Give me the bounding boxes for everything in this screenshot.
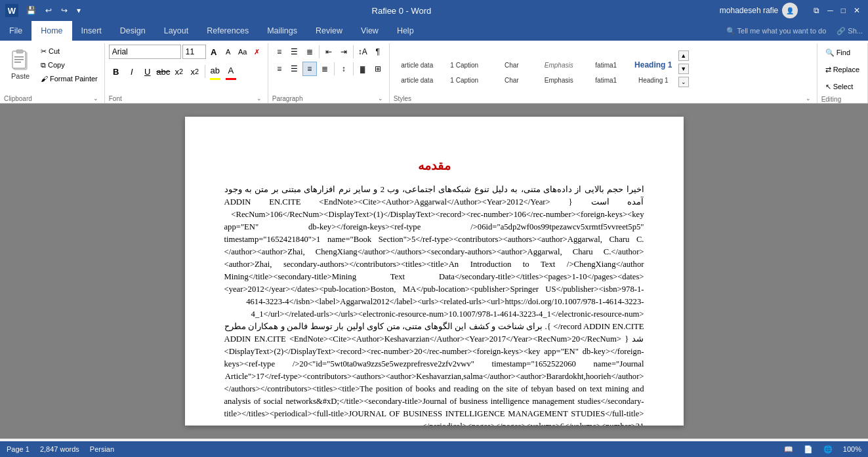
window-close-button[interactable]: ✕ bbox=[851, 5, 863, 16]
format-painter-button[interactable]: 🖌 Format Painter bbox=[38, 72, 100, 85]
style-item-emphasis[interactable]: Emphasis Emphasis bbox=[535, 50, 583, 87]
ribbon-tabs: File Home Insert Design Layout Reference… bbox=[0, 21, 868, 41]
strikethrough-button[interactable]: abc bbox=[156, 64, 171, 79]
copy-label: Copy bbox=[48, 61, 65, 69]
tab-view[interactable]: View bbox=[352, 21, 388, 41]
font-expand-button[interactable]: ⌄ bbox=[255, 94, 264, 103]
editing-group: 🔍 Find ⇄ Replace ↖ Select Editing bbox=[817, 43, 868, 103]
para-div1 bbox=[319, 45, 320, 58]
paragraph-footer: Paragraph ⌄ bbox=[272, 94, 385, 103]
superscript-button[interactable]: x2 bbox=[188, 64, 202, 79]
style-label-caption: 1 Caption bbox=[450, 77, 478, 84]
style-item-fatima1[interactable]: fatima1 fatima1 bbox=[583, 50, 630, 87]
style-item-article-data[interactable]: article data article data bbox=[394, 50, 441, 87]
style-preview-char: Char bbox=[489, 53, 534, 77]
clipboard-small-buttons: ✂ Cut ⧉ Copy 🖌 Format Painter bbox=[38, 45, 100, 85]
justify-button[interactable]: ≣ bbox=[318, 62, 332, 76]
tab-insert[interactable]: Insert bbox=[72, 21, 111, 41]
window-restore-button[interactable]: ⧉ bbox=[811, 5, 822, 16]
underline-button[interactable]: U bbox=[140, 64, 155, 79]
decrease-indent-button[interactable]: ⇤ bbox=[321, 45, 336, 59]
styles-more-button[interactable]: ⌄ bbox=[678, 77, 689, 87]
paragraph-expand-button[interactable]: ⌄ bbox=[376, 94, 385, 103]
style-item-caption[interactable]: 1 Caption 1 Caption bbox=[441, 50, 488, 87]
find-button[interactable]: 🔍 Find bbox=[821, 45, 863, 60]
bullets-button[interactable]: ≡ bbox=[272, 45, 287, 59]
customize-qat-button[interactable]: ▾ bbox=[74, 5, 83, 16]
clipboard-footer: Clipboard ⌄ bbox=[4, 94, 100, 103]
subscript-button[interactable]: x2 bbox=[172, 64, 186, 79]
save-button[interactable]: 💾 bbox=[24, 5, 39, 16]
clipboard-expand-button[interactable]: ⌄ bbox=[91, 94, 100, 103]
increase-indent-button[interactable]: ⇥ bbox=[337, 45, 351, 59]
replace-icon: ⇄ bbox=[825, 66, 831, 74]
clipboard-content: Paste ✂ Cut ⧉ Copy 🖌 Format Painter bbox=[4, 43, 100, 94]
undo-button[interactable]: ↩ bbox=[43, 5, 54, 16]
numbering-button[interactable]: ☰ bbox=[287, 45, 302, 59]
font-color-button[interactable]: A bbox=[224, 63, 238, 77]
paragraph-group: ≡ ☰ ≣ ⇤ ⇥ ↕A ¶ ≡ ☰ ≡ ≣ ↕ bbox=[268, 43, 390, 103]
font-divider bbox=[205, 65, 205, 78]
style-item-heading1[interactable]: Heading 1 Heading 1 bbox=[630, 50, 677, 87]
editing-content: 🔍 Find ⇄ Replace ↖ Select bbox=[821, 43, 863, 96]
paste-label: Paste bbox=[11, 72, 30, 80]
window-maximize-button[interactable]: □ bbox=[838, 5, 848, 16]
show-hide-button[interactable]: ¶ bbox=[371, 45, 385, 59]
style-preview-article-data: article data bbox=[395, 53, 440, 77]
font-format-row: B I U abc x2 x2 ab A bbox=[109, 63, 238, 80]
text-highlight-button[interactable]: ab bbox=[208, 64, 222, 78]
title-bar-right: mohadeseh rafie 👤 ⧉ ─ □ ✕ bbox=[720, 3, 863, 18]
paste-button[interactable]: Paste bbox=[4, 45, 37, 84]
styles-scroll-up-button[interactable]: ▲ bbox=[678, 50, 689, 61]
tab-references[interactable]: References bbox=[197, 21, 258, 41]
styles-expand-button[interactable]: ⌄ bbox=[804, 94, 813, 103]
select-button[interactable]: ↖ Select bbox=[821, 79, 863, 94]
align-left-button[interactable]: ≡ bbox=[272, 62, 287, 76]
styles-scroll-down-button[interactable]: ▼ bbox=[678, 64, 689, 74]
quick-access-toolbar: 💾 ↩ ↪ ▾ bbox=[24, 5, 83, 16]
redo-button[interactable]: ↪ bbox=[58, 5, 70, 16]
style-label-fatima1: fatima1 bbox=[595, 77, 617, 84]
paste-icon bbox=[10, 49, 31, 72]
shading-button[interactable]: ▓ bbox=[356, 62, 370, 76]
scissors-icon: ✂ bbox=[41, 47, 47, 56]
align-center-button[interactable]: ☰ bbox=[287, 62, 302, 76]
cut-button[interactable]: ✂ Cut bbox=[38, 45, 100, 58]
copy-icon: ⧉ bbox=[41, 61, 46, 70]
paragraph-label: Paragraph bbox=[272, 95, 303, 102]
line-spacing-button[interactable]: ↕ bbox=[337, 62, 351, 76]
increase-font-button[interactable]: A bbox=[207, 45, 220, 58]
italic-button[interactable]: I bbox=[125, 64, 139, 79]
svg-rect-3 bbox=[14, 56, 24, 58]
tab-help[interactable]: Help bbox=[388, 21, 423, 41]
clear-format-button[interactable]: ✗ bbox=[251, 45, 264, 58]
decrease-font-button[interactable]: A bbox=[222, 45, 235, 58]
style-item-char[interactable]: Char Char bbox=[488, 50, 535, 87]
tab-mailings[interactable]: Mailings bbox=[258, 21, 306, 41]
editing-footer: Editing bbox=[821, 96, 863, 103]
copy-button[interactable]: ⧉ Copy bbox=[38, 58, 100, 71]
title-bar: W 💾 ↩ ↪ ▾ Rafiee 0 - Word mohadeseh rafi… bbox=[0, 0, 868, 21]
sort-button[interactable]: ↕A bbox=[356, 45, 370, 59]
tab-file[interactable]: File bbox=[0, 21, 31, 41]
borders-button[interactable]: ⊞ bbox=[371, 62, 385, 76]
tab-home[interactable]: Home bbox=[31, 21, 72, 41]
change-case-button[interactable]: Aa bbox=[236, 45, 249, 58]
font-size-input[interactable]: 11 bbox=[182, 45, 206, 59]
multilevel-button[interactable]: ≣ bbox=[302, 45, 317, 59]
window-minimize-button[interactable]: ─ bbox=[825, 5, 836, 16]
style-preview-caption: 1 Caption bbox=[442, 53, 487, 77]
clipboard-group: Paste ✂ Cut ⧉ Copy 🖌 Format Painter bbox=[0, 43, 105, 103]
tab-layout[interactable]: Layout bbox=[155, 21, 198, 41]
tab-design[interactable]: Design bbox=[111, 21, 155, 41]
font-name-input[interactable]: Arial bbox=[109, 45, 181, 59]
align-right-button[interactable]: ≡ bbox=[302, 62, 317, 76]
replace-button[interactable]: ⇄ Replace bbox=[821, 62, 863, 77]
style-preview-fatima1: fatima1 bbox=[584, 53, 629, 77]
tab-review[interactable]: Review bbox=[306, 21, 352, 41]
share-button[interactable]: 🔗 Sh... bbox=[837, 27, 863, 35]
app-icon: W bbox=[5, 4, 18, 17]
para-div3 bbox=[334, 62, 335, 75]
bold-button[interactable]: B bbox=[109, 64, 123, 79]
document-page[interactable]: مقدمه اخیرا حجم بالایی از داده‌های متنی،… bbox=[185, 117, 684, 426]
